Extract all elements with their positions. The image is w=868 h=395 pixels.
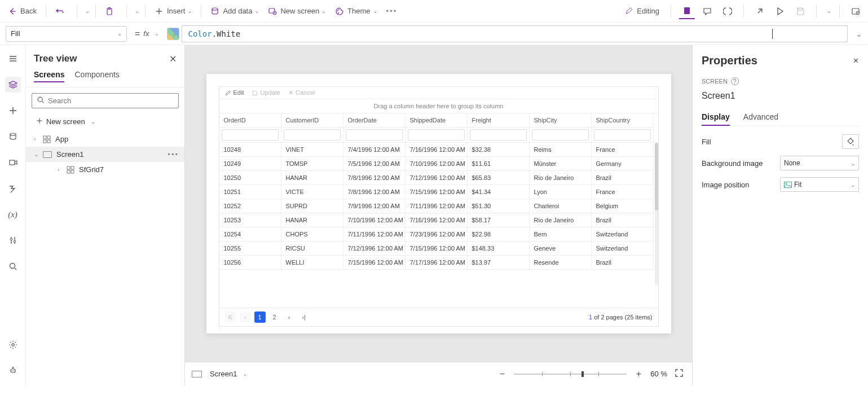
virtual-agent-icon[interactable] <box>5 363 21 379</box>
save-icon[interactable] <box>792 3 808 19</box>
variables-icon[interactable]: (x) <box>5 207 21 222</box>
grid-data-row[interactable]: 10252SUPRD7/9/1996 12:00 AM7/11/1996 12:… <box>219 199 658 213</box>
expand-formula-icon[interactable]: ⌄ <box>856 29 862 38</box>
chevron-down-icon[interactable]: ⌄ <box>827 8 831 14</box>
add-data-button[interactable]: Add data ⌄ <box>207 5 262 18</box>
pager-first-button[interactable]: K <box>225 311 236 323</box>
pager-prev-button[interactable]: ‹ <box>240 311 251 323</box>
grid-filter-input[interactable] <box>222 129 279 141</box>
grid-data-row[interactable]: 10251VICTE7/8/1996 12:00 AM7/15/1996 12:… <box>219 185 658 199</box>
grid-data-cell: Brazil <box>592 171 654 185</box>
grid-filter-input[interactable] <box>408 129 465 141</box>
formula-input[interactable]: Color.White <box>182 25 848 42</box>
grid-scrollbar-thumb[interactable] <box>655 143 658 210</box>
property-selector[interactable]: Fill ⌄ <box>6 26 127 42</box>
grid-data-row[interactable]: 10248VINET7/4/1996 12:00 AM7/16/1996 12:… <box>219 143 658 157</box>
bgimage-dropdown[interactable]: None ⌄ <box>780 156 859 170</box>
grid-header-cell[interactable]: Freight <box>468 113 530 128</box>
grid-data-row[interactable]: 10256WELLI7/15/1996 12:00 AM7/17/1996 12… <box>219 256 658 270</box>
imagepos-dropdown[interactable]: Fit ⌄ <box>780 177 859 192</box>
comments-icon[interactable] <box>699 3 715 19</box>
fit-to-screen-icon[interactable] <box>673 368 685 380</box>
insert-button[interactable]: Insert ⌄ <box>151 5 196 18</box>
search-rail-icon[interactable] <box>5 258 21 274</box>
pager-page-1[interactable]: 1 <box>254 311 266 323</box>
grid-header-cell[interactable]: ShipCity <box>530 113 592 128</box>
color-indicator[interactable]: ⌄ <box>167 28 179 40</box>
media-icon[interactable] <box>5 155 21 170</box>
close-properties-icon[interactable]: ✕ <box>853 56 859 65</box>
data-icon[interactable] <box>5 129 21 144</box>
hamburger-icon[interactable] <box>5 51 21 67</box>
tab-screens[interactable]: Screens <box>34 68 64 82</box>
tree-new-screen-button[interactable]: New screen ⌄ <box>26 114 184 129</box>
grid-data-row[interactable]: 10254CHOPS7/11/1996 12:00 AM7/23/1996 12… <box>219 227 658 242</box>
pager-next-button[interactable]: › <box>284 311 295 323</box>
grid-data-row[interactable]: 10255RICSU7/12/1996 12:00 AM7/15/1996 12… <box>219 242 658 256</box>
grid-filter-input[interactable] <box>594 129 651 141</box>
grid-header-cell[interactable]: OrderDate <box>343 113 406 128</box>
new-screen-button[interactable]: New screen ⌄ <box>265 5 329 18</box>
tab-components[interactable]: Components <box>74 68 119 82</box>
settings-icon[interactable] <box>5 337 21 353</box>
grid-filter-input[interactable] <box>470 129 527 141</box>
tree-item-screen1[interactable]: ⌄ Screen1 ••• <box>26 147 184 162</box>
grid-data-row[interactable]: 10253HANAR7/10/1996 12:00 AM7/16/1996 12… <box>219 213 658 227</box>
chevron-down-icon[interactable]: ⌄ <box>155 30 159 37</box>
chevron-down-icon[interactable]: ⌄ <box>34 151 41 157</box>
screen-frame[interactable]: Edit Update ✕ Cancel Drag a column heade… <box>206 74 671 333</box>
fill-color-picker[interactable] <box>842 134 859 149</box>
tab-advanced[interactable]: Advanced <box>743 109 778 126</box>
grid-scrollbar[interactable] <box>655 143 658 285</box>
grid-header-cell[interactable]: CustomerID <box>281 113 343 128</box>
chevron-right-icon[interactable]: › <box>58 166 64 173</box>
insert-plus-icon[interactable] <box>5 103 21 118</box>
zoom-out-button[interactable]: − <box>496 369 508 379</box>
chevron-down-icon[interactable]: ⌄ <box>85 8 90 14</box>
power-automate-icon[interactable] <box>5 181 21 196</box>
zoom-slider-thumb[interactable] <box>581 371 584 377</box>
help-icon[interactable]: ? <box>731 77 739 85</box>
grid-data-row[interactable]: 10250HANAR7/8/1996 12:00 AM7/12/1996 12:… <box>219 171 658 185</box>
grid-data-cell: $32.38 <box>468 143 530 157</box>
grid-data-row[interactable]: 10249TOMSP7/5/1996 12:00 AM7/10/1996 12:… <box>219 157 658 171</box>
chevron-down-icon[interactable]: ⌄ <box>135 8 139 14</box>
advanced-tools-icon[interactable] <box>5 232 21 248</box>
grid-edit-button[interactable]: Edit <box>225 89 244 96</box>
play-icon[interactable] <box>772 3 788 19</box>
tree-view-icon[interactable] <box>5 77 21 93</box>
zoom-in-button[interactable]: + <box>632 369 645 379</box>
undo-button[interactable] <box>52 5 71 18</box>
grid-header-cell[interactable]: ShippedDate <box>406 113 468 128</box>
publish-icon[interactable] <box>848 3 863 19</box>
close-tree-view-icon[interactable]: ✕ <box>169 54 177 64</box>
pager-last-button[interactable]: ›| <box>298 311 310 323</box>
notes-panel-icon[interactable] <box>679 3 695 19</box>
tab-display[interactable]: Display <box>702 109 730 126</box>
grid-filter-input[interactable] <box>346 129 403 141</box>
grid-group-drop-area[interactable]: Drag a column header here to group its c… <box>219 99 658 113</box>
fx-icon[interactable]: fx <box>143 29 149 38</box>
tree-search[interactable] <box>32 93 179 108</box>
back-button[interactable]: Back <box>5 5 40 18</box>
pager-page-2[interactable]: 2 <box>269 311 280 323</box>
theme-button[interactable]: Theme ⌄ <box>332 5 380 18</box>
tree-item-more-icon[interactable]: ••• <box>168 150 179 159</box>
grid-header-cell[interactable]: ShipCountry <box>592 113 654 128</box>
grid-filter-input[interactable] <box>532 129 589 141</box>
overflow-button[interactable]: ••• <box>383 5 401 17</box>
paste-button[interactable] <box>102 5 121 18</box>
sfgrid-control[interactable]: Edit Update ✕ Cancel Drag a column heade… <box>219 86 659 327</box>
share-icon[interactable] <box>752 3 768 19</box>
grid-body[interactable]: 10248VINET7/4/1996 12:00 AM7/16/1996 12:… <box>219 143 658 308</box>
tree-search-input[interactable] <box>48 96 174 105</box>
chevron-right-icon[interactable]: › <box>34 136 41 142</box>
footer-screen-selector[interactable]: Screen1 ⌄ <box>192 370 247 378</box>
grid-filter-input[interactable] <box>284 129 341 141</box>
zoom-slider[interactable] <box>514 374 627 375</box>
tree-item-app[interactable]: › App <box>26 131 184 147</box>
app-checker-icon[interactable] <box>720 3 735 19</box>
editing-indicator[interactable]: Editing <box>621 5 663 18</box>
grid-header-cell[interactable]: OrderID <box>219 113 281 128</box>
tree-item-sfgrid7[interactable]: › SfGrid7 <box>26 162 184 177</box>
